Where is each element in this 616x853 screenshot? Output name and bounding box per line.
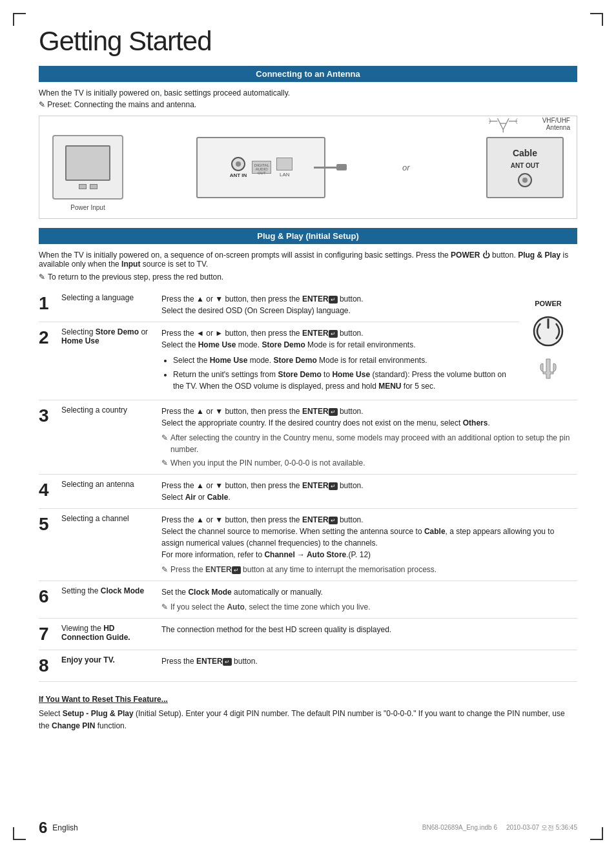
back-panel-section: ANT IN DIGITALAUDIO OUT LAN bbox=[196, 137, 325, 198]
note-icon: ✎ Preset: Connecting the mains and anten… bbox=[39, 100, 196, 109]
footer-timestamp-value: 2010-03-07 오전 5:36:45 bbox=[506, 824, 577, 831]
back-panel: ANT IN DIGITALAUDIO OUT LAN bbox=[196, 137, 325, 198]
step-2-label: Selecting Store Demo or Home Use bbox=[58, 322, 158, 400]
panel-ports: ANT IN DIGITALAUDIO OUT LAN bbox=[230, 157, 293, 178]
finger-svg bbox=[535, 356, 561, 382]
step-5-row: 5 Selecting a channel Press the ▲ or ▼ b… bbox=[39, 509, 577, 581]
ant-in-port bbox=[231, 157, 245, 171]
step-2-bullet-2: Return the unit's settings from Store De… bbox=[173, 369, 516, 392]
step-5-label: Selecting a channel bbox=[58, 509, 158, 581]
or-text: or bbox=[402, 163, 410, 172]
step-6-num: 6 bbox=[39, 581, 58, 619]
tv-illustration: Power Input bbox=[52, 135, 123, 200]
vhf-label: VHF/UHF Antenna bbox=[523, 117, 570, 131]
note-icon-6: ✎ bbox=[161, 601, 168, 613]
ant-in-label: ANT IN bbox=[230, 172, 247, 178]
power-btn-label: POWER bbox=[535, 300, 562, 307]
step-6-label: Setting the Clock Mode bbox=[58, 581, 158, 619]
step-2-content: Press the ◄ or ► button, then press the … bbox=[158, 322, 519, 400]
ant-out-center bbox=[522, 178, 528, 183]
step-5-note-text: Press the ENTER↵ button at any time to i… bbox=[170, 564, 436, 575]
lan-port-group: LAN bbox=[276, 158, 293, 178]
corner-mark-tl bbox=[13, 13, 26, 26]
connector-plug1 bbox=[336, 164, 347, 170]
enter-btn-5: ↵ bbox=[329, 517, 338, 524]
step-1-label: Selecting a language bbox=[58, 288, 158, 322]
step-8-content: Press the ENTER↵ button. bbox=[158, 650, 577, 682]
enter-btn-4: ↵ bbox=[329, 482, 338, 490]
ant-in-center bbox=[236, 161, 241, 167]
step-8-label: Enjoy your TV. bbox=[58, 650, 158, 682]
tv-body bbox=[52, 135, 123, 200]
step-4-row: 4 Selecting an antenna Press the ▲ or ▼ … bbox=[39, 475, 577, 509]
step-5-content: Press the ▲ or ▼ button, then press the … bbox=[158, 509, 577, 581]
note-icon-5: ✎ bbox=[161, 564, 168, 575]
antenna-svg bbox=[486, 114, 520, 134]
reset-text: Select Setup - Plug & Play (Initial Setu… bbox=[39, 708, 577, 732]
power-illustration: POWER bbox=[524, 300, 572, 382]
plug-play-note-text: To return to the previous step, press th… bbox=[48, 272, 223, 282]
reset-title: If You Want to Reset This Feature... bbox=[39, 695, 577, 704]
footer-timestamp: BN68-02689A_Eng.indb 6 2010-03-07 오전 5:3… bbox=[422, 823, 577, 832]
enter-btn-8: ↵ bbox=[223, 658, 232, 666]
step-4-label: Selecting an antenna bbox=[58, 475, 158, 509]
note-icon-3a: ✎ bbox=[161, 432, 168, 444]
corner-mark-tr bbox=[590, 13, 603, 26]
lan-label: LAN bbox=[280, 172, 290, 178]
tv-ports bbox=[79, 184, 98, 189]
step-1-content: Press the ▲ or ▼ button, then press the … bbox=[158, 288, 519, 322]
footer-doc-id: BN68-02689A_Eng.indb 6 bbox=[422, 824, 497, 831]
ant-in-group: ANT IN bbox=[230, 157, 247, 178]
step-7-row: 7 Viewing the HD Connection Guide. The c… bbox=[39, 619, 577, 650]
note-pencil: ✎ bbox=[39, 272, 45, 282]
step-1-num: 1 bbox=[39, 288, 58, 322]
ant-out-port bbox=[518, 173, 532, 187]
step-3-note-1-text: After selecting the country in the Count… bbox=[170, 432, 574, 455]
step-6-content: Set the Clock Mode automatically or manu… bbox=[158, 581, 577, 619]
footer-language: English bbox=[52, 823, 77, 832]
step-3-row: 3 Selecting a country Press the ▲ or ▼ b… bbox=[39, 400, 577, 475]
plug-play-header: Plug & Play (Initial Setup) bbox=[39, 228, 577, 244]
step-4-num: 4 bbox=[39, 475, 58, 509]
cable-box: Cable ANT OUT bbox=[486, 137, 564, 198]
step-2-bullet-1: Select the Home Use mode. Store Demo Mod… bbox=[173, 355, 516, 366]
step-2-num: 2 bbox=[39, 322, 58, 400]
ant-out-label: ANT OUT bbox=[511, 162, 539, 169]
step-3-note-2-text: When you input the PIN number, 0-0-0-0 i… bbox=[170, 457, 365, 469]
antenna-header: Connecting to an Antenna bbox=[39, 66, 577, 82]
plug-play-section: Plug & Play (Initial Setup) When the TV … bbox=[39, 228, 577, 732]
enter-btn-1: ↵ bbox=[329, 296, 338, 303]
digital-port: DIGITALAUDIO OUT bbox=[252, 161, 271, 174]
steps-table: 1 Selecting a language Press the ▲ or ▼ … bbox=[39, 288, 577, 682]
antenna-intro: When the TV is initially powered on, bas… bbox=[39, 88, 577, 98]
step-6-note-text: If you select the Auto, select the time … bbox=[170, 601, 370, 613]
enter-btn-3: ↵ bbox=[329, 408, 338, 416]
panel-digital: DIGITALAUDIO OUT bbox=[252, 161, 271, 174]
tv-port bbox=[79, 184, 87, 189]
step-3-num: 3 bbox=[39, 400, 58, 475]
antenna-note: ✎ Preset: Connecting the mains and anten… bbox=[39, 100, 577, 109]
step-3-content: Press the ▲ or ▼ button, then press the … bbox=[158, 400, 577, 475]
footer: 6 English BN68-02689A_Eng.indb 6 2010-03… bbox=[0, 819, 616, 837]
plug-play-intro: When the TV is initially powered on, a s… bbox=[39, 251, 577, 269]
step-4-content: Press the ▲ or ▼ button, then press the … bbox=[158, 475, 577, 509]
step-3-note-1: ✎ After selecting the country in the Cou… bbox=[161, 432, 574, 455]
power-input-label: Power Input bbox=[70, 204, 105, 211]
lan-port bbox=[276, 158, 293, 170]
step-8-row: 8 Enjoy your TV. Press the ENTER↵ button… bbox=[39, 650, 577, 682]
footer-page-number: 6 bbox=[39, 819, 47, 837]
step-3-note-2: ✎ When you input the PIN number, 0-0-0-0… bbox=[161, 457, 574, 469]
step-2-row: 2 Selecting Store Demo or Home Use Press… bbox=[39, 322, 577, 400]
connector-line1 bbox=[314, 167, 336, 169]
step-3-label: Selecting a country bbox=[58, 400, 158, 475]
step-8-num: 8 bbox=[39, 650, 58, 682]
tv-screen bbox=[65, 145, 110, 181]
step-5-note: ✎ Press the ENTER↵ button at any time to… bbox=[161, 564, 574, 575]
reset-section: If You Want to Reset This Feature... Sel… bbox=[39, 695, 577, 732]
step-5-num: 5 bbox=[39, 509, 58, 581]
enter-btn-2: ↵ bbox=[329, 330, 338, 338]
page-title: Getting Started bbox=[39, 26, 577, 57]
antenna-diagram: Power Input ANT IN DIGITALAUDIO OUT bbox=[39, 116, 577, 219]
step-7-num: 7 bbox=[39, 619, 58, 650]
vhf-section: VHF/UHF Antenna bbox=[486, 114, 570, 134]
